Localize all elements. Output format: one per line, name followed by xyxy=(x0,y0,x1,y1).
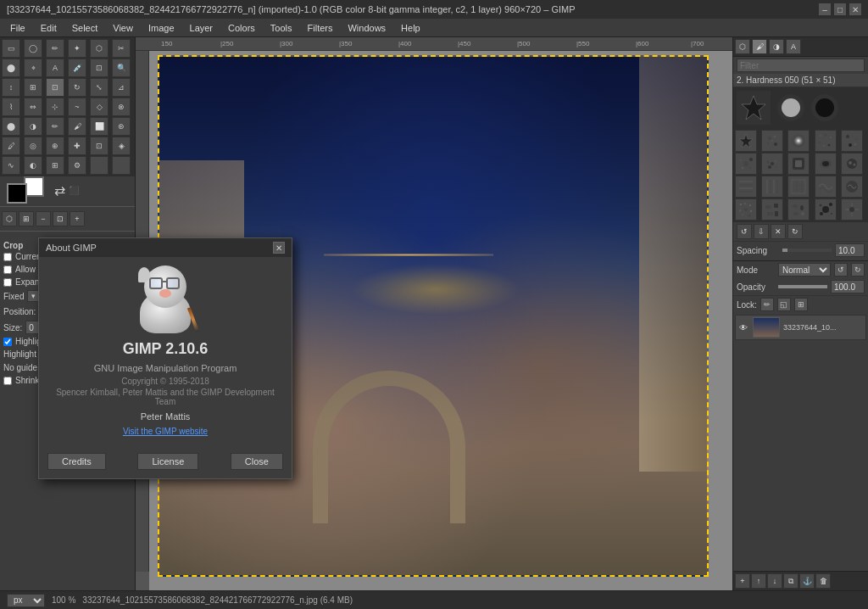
tool-airbrush[interactable]: ⊛ xyxy=(112,117,131,136)
mode-dropdown[interactable]: Normal Multiply Screen Overlay xyxy=(778,263,831,277)
about-close-button[interactable]: Close xyxy=(231,453,283,470)
brush-tab-patterns[interactable]: ⬡ xyxy=(735,39,750,54)
tool-fuzzy-select[interactable]: ✦ xyxy=(68,39,86,58)
minimize-button[interactable]: – xyxy=(819,3,831,15)
tool-ink[interactable]: 🖊 xyxy=(2,137,20,155)
tool-eraser[interactable]: ⬜ xyxy=(90,117,108,136)
reset-colors-button[interactable]: ⬛ xyxy=(69,186,79,195)
tool-rotate[interactable]: ↻ xyxy=(68,78,86,97)
tool-clone[interactable]: ⊕ xyxy=(46,137,64,155)
brush-speckle3[interactable] xyxy=(841,130,863,152)
menu-windows[interactable]: Windows xyxy=(341,21,392,35)
tool-paintbrush[interactable]: 🖌 xyxy=(68,117,86,136)
brush-splatter4[interactable] xyxy=(815,198,837,221)
current-layer-checkbox[interactable] xyxy=(3,253,12,261)
menu-colors[interactable]: Colors xyxy=(221,21,262,35)
mode-btn2[interactable]: ↻ xyxy=(851,263,865,277)
tool-dodge-burn[interactable]: ◐ xyxy=(24,156,42,175)
tool-scissors[interactable]: ✂ xyxy=(112,39,131,58)
tool-warp[interactable]: ~ xyxy=(68,98,86,116)
menu-view[interactable]: View xyxy=(106,21,140,35)
tool-3d-transform[interactable]: ◇ xyxy=(90,98,108,116)
menu-file[interactable]: File xyxy=(3,21,32,35)
brush-lines2[interactable] xyxy=(761,176,783,198)
menu-edit[interactable]: Edit xyxy=(34,21,64,35)
menu-layer[interactable]: Layer xyxy=(183,21,220,35)
opacity-slider[interactable] xyxy=(778,285,827,288)
tool-measure[interactable]: ⊡ xyxy=(90,59,108,77)
brush-speckle1[interactable] xyxy=(761,130,783,152)
anchor-layer-button[interactable]: ⚓ xyxy=(799,573,815,589)
allow-growing-checkbox[interactable] xyxy=(3,265,12,274)
about-credits-button[interactable]: Credits xyxy=(47,453,106,470)
brush-filter-input[interactable] xyxy=(737,59,865,72)
lock-alpha-button[interactable]: ◱ xyxy=(777,298,791,311)
spacing-slider[interactable] xyxy=(782,249,832,252)
about-dialog-close-button[interactable]: ✕ xyxy=(273,242,285,254)
brush-scatter2[interactable] xyxy=(761,198,783,221)
brush-scatter3[interactable] xyxy=(787,198,810,221)
brush-tab-brushes[interactable]: 🖌 xyxy=(752,39,767,54)
tool-foreground-select[interactable]: ⬤ xyxy=(2,59,20,77)
raise-layer-button[interactable]: ↑ xyxy=(751,573,766,589)
tool-flip[interactable]: ⇔ xyxy=(24,98,42,116)
tool-bucket-fill[interactable]: ⬤ xyxy=(2,117,20,136)
tool-zoom[interactable]: 🔍 xyxy=(112,59,131,77)
lock-all-button[interactable]: ⊞ xyxy=(794,298,808,311)
maximize-button[interactable]: □ xyxy=(834,3,846,15)
brush-splatter1[interactable] xyxy=(735,153,757,175)
zoom-in-button[interactable]: + xyxy=(70,211,85,226)
tool-perspective[interactable]: ⌇ xyxy=(2,98,20,116)
brush-texture2[interactable] xyxy=(815,176,837,198)
new-view-button[interactable]: ⊞ xyxy=(19,211,34,226)
close-button[interactable]: ✕ xyxy=(849,3,861,15)
brush-lines1[interactable] xyxy=(735,176,757,198)
tool-scale[interactable]: ⤡ xyxy=(90,78,108,97)
tool-paths[interactable]: ⌖ xyxy=(24,59,42,77)
tool-blend[interactable]: ◑ xyxy=(24,117,42,136)
highlight-checkbox[interactable] xyxy=(3,338,12,346)
brush-grunge1[interactable] xyxy=(787,153,810,175)
tool-convolve[interactable]: ◈ xyxy=(112,137,131,155)
spacing-refresh-icon[interactable]: ↻ xyxy=(787,224,803,239)
tool-text[interactable]: A xyxy=(46,59,64,77)
brush-texture1[interactable] xyxy=(787,176,810,198)
quick-mask-button[interactable]: ⬡ xyxy=(2,211,17,226)
tool-desaturate[interactable]: ⊞ xyxy=(46,156,64,175)
lock-pixels-button[interactable]: ✏ xyxy=(760,298,774,311)
unit-selector[interactable]: px mm in xyxy=(7,594,45,607)
menu-tools[interactable]: Tools xyxy=(264,21,299,35)
shrink-checkbox[interactable] xyxy=(3,377,12,385)
opacity-value-input[interactable] xyxy=(831,280,865,293)
tool-healing[interactable]: ✚ xyxy=(68,137,86,155)
tool-handle-transform[interactable]: ⊗ xyxy=(112,98,131,116)
tool-rect-select[interactable]: ▭ xyxy=(2,39,20,58)
duplicate-layer-button[interactable]: ⧉ xyxy=(783,573,798,589)
menu-image[interactable]: Image xyxy=(142,21,181,35)
swap-colors-button[interactable]: ⇄ xyxy=(54,182,65,198)
spacing-value-input[interactable] xyxy=(835,243,865,257)
brush-speckle2[interactable] xyxy=(815,130,837,152)
lower-layer-button[interactable]: ↓ xyxy=(767,573,782,589)
menu-help[interactable]: Help xyxy=(394,21,427,35)
brush-circle-soft[interactable] xyxy=(787,130,810,152)
brush-splash[interactable] xyxy=(841,198,863,221)
spacing-paste-icon[interactable]: ✕ xyxy=(771,224,786,239)
tool-shear[interactable]: ⊿ xyxy=(112,78,131,97)
brush-tab-fonts[interactable]: A xyxy=(786,39,801,54)
brush-scatter1[interactable] xyxy=(735,198,757,221)
tool-crop[interactable]: ⊡ xyxy=(46,78,64,97)
layer-visibility-toggle[interactable]: 👁 xyxy=(737,321,749,333)
tool-align[interactable]: ⊞ xyxy=(24,78,42,97)
tool-select-by-color[interactable]: ⬡ xyxy=(90,39,108,58)
tool-mypaint[interactable]: ◎ xyxy=(24,137,42,155)
menu-filters[interactable]: Filters xyxy=(301,21,340,35)
expand-center-checkbox[interactable] xyxy=(3,278,12,287)
about-license-button[interactable]: License xyxy=(137,453,198,470)
tool-perspective-clone[interactable]: ⊡ xyxy=(90,137,108,155)
brush-splatter2[interactable] xyxy=(761,153,783,175)
tool-transform[interactable]: ↕ xyxy=(2,78,20,97)
brush-tab-gradients[interactable]: ◑ xyxy=(769,39,784,54)
spacing-copy-icon[interactable]: ⇩ xyxy=(754,224,769,239)
foreground-color[interactable] xyxy=(7,183,27,204)
